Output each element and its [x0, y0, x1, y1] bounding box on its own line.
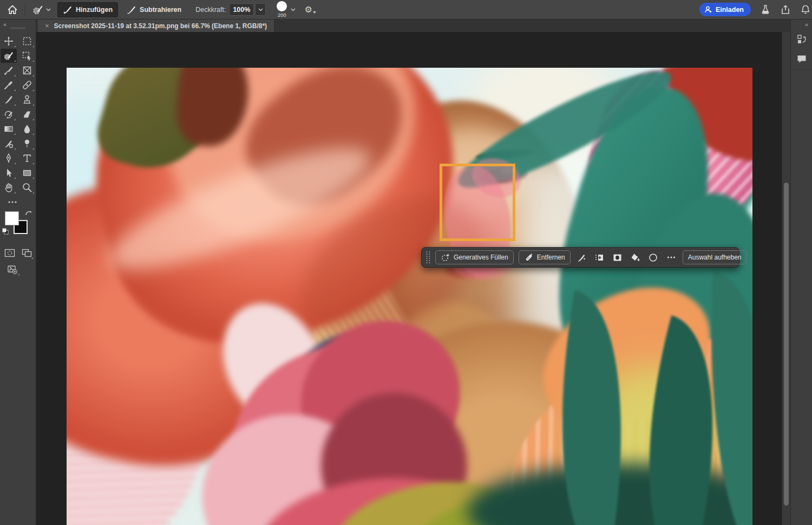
- document-area: × Screenshot 2025-11-19 at 3.52.31pm.png…: [36, 20, 790, 525]
- brush-tip-preview: [277, 1, 287, 11]
- generative-fill-button[interactable]: Generatives Füllen: [435, 250, 514, 264]
- version-history-panel-button[interactable]: [794, 33, 809, 47]
- beaker-icon: [760, 4, 771, 15]
- mask-icon: [612, 252, 623, 263]
- invert-selection-button[interactable]: [593, 250, 606, 264]
- paint-bucket-icon: [630, 252, 640, 263]
- taskbar-drag-handle[interactable]: [425, 250, 430, 264]
- opacity-label: Deckkraft:: [195, 6, 226, 14]
- frame-icon: [22, 65, 32, 76]
- create-adjustment-button[interactable]: [647, 250, 660, 264]
- blur-tool[interactable]: [19, 122, 35, 136]
- taskbar-more-button[interactable]: [665, 250, 678, 264]
- more-tools-button[interactable]: [4, 195, 21, 209]
- photoshop-app: { "topbar": { "add_label": "Hinzufügen",…: [0, 0, 812, 525]
- dock-expand-button[interactable]: «: [805, 21, 808, 28]
- rectangle-shape-icon: [22, 167, 32, 178]
- comments-panel-button[interactable]: [794, 52, 809, 66]
- clone-stamp-tool[interactable]: [19, 93, 35, 107]
- document-tab[interactable]: × Screenshot 2025-11-19 at 3.52.31pm.png…: [38, 20, 274, 32]
- remove-button[interactable]: Entfernen: [519, 250, 571, 264]
- beta-features-button[interactable]: [760, 4, 771, 15]
- vertical-scrollbar: [782, 32, 790, 525]
- foreground-color-swatch[interactable]: [5, 211, 19, 225]
- swap-colors-button[interactable]: [25, 210, 32, 218]
- healing-brush-tool[interactable]: [19, 78, 35, 92]
- dodge-icon: [22, 138, 32, 149]
- options-bar: Hinzufügen Subtrahieren Deckkraft: 100% …: [0, 0, 812, 20]
- version-history-icon: [796, 34, 808, 46]
- eyedropper-icon: [3, 80, 14, 90]
- chevron-down-icon: [258, 8, 263, 11]
- opacity-value-field[interactable]: 100%: [229, 3, 254, 16]
- remove-label: Entfernen: [537, 254, 565, 261]
- brush-icon: [3, 94, 14, 105]
- marquee-icon: [22, 36, 32, 47]
- canvas[interactable]: Generatives Füllen Entfernen: [36, 32, 782, 525]
- invite-label: Einladen: [716, 6, 744, 14]
- smudge-tool[interactable]: [1, 137, 17, 151]
- import-image-button[interactable]: [4, 262, 21, 276]
- notifications-button[interactable]: [800, 4, 811, 15]
- fill-selection-button[interactable]: [629, 250, 642, 264]
- chevron-down-icon[interactable]: [291, 8, 296, 11]
- magnifier-icon: [22, 182, 32, 193]
- share-icon: [780, 4, 791, 15]
- active-tool-preset[interactable]: [25, 0, 57, 19]
- deselect-button[interactable]: Auswahl aufheben: [683, 250, 747, 264]
- tools-collapse-button[interactable]: «: [3, 21, 6, 28]
- screen-mode-button[interactable]: [20, 246, 34, 260]
- history-brush-tool[interactable]: [1, 107, 17, 121]
- brush-tool[interactable]: [1, 93, 17, 107]
- tools-panel-grip[interactable]: [10, 27, 25, 29]
- tool-settings-button[interactable]: ⚙: [304, 5, 316, 14]
- refine-selection-brush-button[interactable]: [575, 250, 588, 264]
- opacity-dropdown-button[interactable]: [255, 3, 266, 16]
- shape-tool[interactable]: [19, 166, 35, 180]
- invite-button[interactable]: Einladen: [699, 3, 751, 16]
- create-mask-button[interactable]: [611, 250, 624, 264]
- hand-tool[interactable]: [1, 180, 17, 195]
- home-button[interactable]: [0, 0, 25, 19]
- quick-mask-button[interactable]: [3, 246, 17, 260]
- type-tool[interactable]: [19, 151, 35, 165]
- frame-tool[interactable]: [19, 63, 35, 77]
- screen-mode-icon: [22, 248, 32, 258]
- eraser-tool[interactable]: [19, 107, 35, 121]
- marquee-tool[interactable]: [19, 34, 35, 48]
- opacity-value: 100%: [233, 6, 250, 14]
- brush-subtract-icon: [127, 5, 136, 15]
- gradient-icon: [3, 124, 14, 134]
- dodge-tool[interactable]: [19, 137, 35, 151]
- scrollbar-thumb[interactable]: [784, 183, 789, 505]
- canvas-row: Generatives Füllen Entfernen: [36, 32, 790, 525]
- quick-selection-tool[interactable]: [1, 63, 17, 77]
- brush-add-icon: [63, 5, 73, 15]
- selection-brush-icon: [32, 4, 44, 16]
- pen-tool[interactable]: [1, 151, 17, 165]
- refine-brush-icon: [577, 252, 587, 263]
- ellipsis-icon: [7, 197, 18, 208]
- tools-panel: «: [0, 20, 36, 525]
- default-colors-button[interactable]: [2, 228, 9, 235]
- brush-size-control[interactable]: 200: [277, 1, 287, 18]
- selection-subtract-button[interactable]: Subtrahieren: [121, 2, 187, 17]
- path-selection-tool[interactable]: [1, 166, 17, 180]
- selection-brush-tool[interactable]: [1, 49, 17, 63]
- move-tool[interactable]: [1, 34, 17, 48]
- tab-title: Screenshot 2025-11-19 at 3.52.31pm.png b…: [54, 22, 267, 30]
- gradient-tool[interactable]: [1, 122, 17, 136]
- tab-close-button[interactable]: ×: [45, 22, 49, 29]
- hand-icon: [3, 182, 14, 193]
- tab-strip: × Screenshot 2025-11-19 at 3.52.31pm.png…: [36, 20, 790, 32]
- color-swatches: [0, 210, 36, 244]
- selection-add-button[interactable]: Hinzufügen: [57, 2, 118, 17]
- quick-selection-icon: [3, 65, 14, 76]
- dock-divider: [791, 69, 812, 70]
- deselect-label: Auswahl aufheben: [688, 254, 742, 261]
- document-image[interactable]: Generatives Füllen Entfernen: [67, 68, 752, 525]
- eyedropper-tool[interactable]: [1, 78, 17, 92]
- share-button[interactable]: [780, 4, 791, 15]
- object-selection-tool[interactable]: [19, 49, 35, 63]
- zoom-tool[interactable]: [19, 180, 35, 195]
